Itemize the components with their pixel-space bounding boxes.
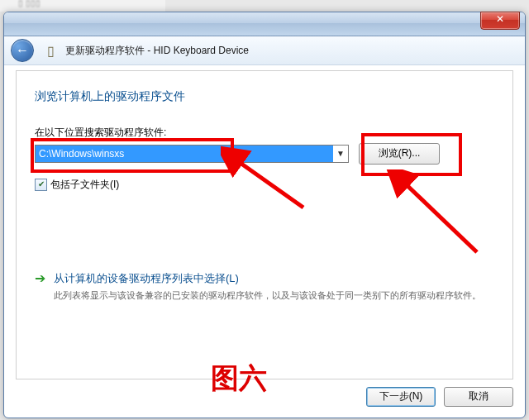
include-subfolders-checkbox[interactable]: ✔: [35, 179, 47, 191]
back-button[interactable]: ←: [11, 39, 34, 62]
chevron-down-icon[interactable]: ▼: [333, 146, 348, 162]
close-button[interactable]: ✕: [480, 12, 520, 30]
navbar: ← ▯ 更新驱动程序软件 - HID Keyboard Device: [4, 36, 525, 65]
path-combobox[interactable]: ▼: [35, 145, 349, 163]
search-location-label: 在以下位置搜索驱动程序软件:: [35, 126, 494, 140]
cancel-button[interactable]: 取消: [444, 387, 513, 407]
background-fragment: ▯ ▯▯▯: [0, 0, 165, 12]
next-button[interactable]: 下一步(N): [366, 387, 436, 407]
option-title: 从计算机的设备驱动程序列表中选择(L): [54, 271, 481, 286]
titlebar: ✕: [4, 12, 525, 36]
option-description: 此列表将显示与该设备兼容的已安装的驱动程序软件，以及与该设备处于同一类别下的所有…: [54, 289, 481, 303]
content-panel: 浏览计算机上的驱动程序文件 在以下位置搜索驱动程序软件: ▼ 浏览(R)... …: [16, 70, 513, 379]
page-icon: ▯: [42, 42, 59, 59]
close-icon: ✕: [496, 13, 504, 25]
window-title: 更新驱动程序软件 - HID Keyboard Device: [65, 44, 249, 58]
footer: 下一步(N) 取消: [16, 384, 513, 409]
arrow-right-icon: ➔: [35, 271, 45, 303]
browse-button[interactable]: 浏览(R)...: [359, 143, 440, 165]
panel-heading: 浏览计算机上的驱动程序文件: [35, 89, 494, 104]
pick-from-list-option[interactable]: ➔ 从计算机的设备驱动程序列表中选择(L) 此列表将显示与该设备兼容的已安装的驱…: [35, 271, 494, 303]
dialog-window: ✕ ← ▯ 更新驱动程序软件 - HID Keyboard Device 浏览计…: [3, 12, 526, 418]
include-subfolders-label: 包括子文件夹(I): [50, 178, 119, 192]
arrow-left-icon: ←: [16, 43, 29, 58]
path-input[interactable]: [36, 146, 333, 162]
